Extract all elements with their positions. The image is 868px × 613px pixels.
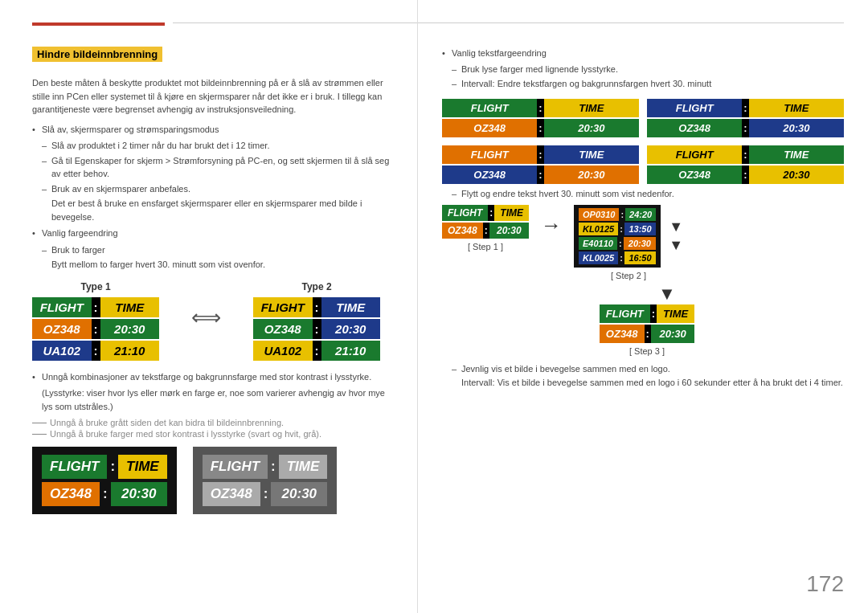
step1-board: FLIGHT : TIME OZ348 : 20:30 <box>442 205 529 239</box>
type1-colon-h: : <box>92 297 100 317</box>
grid-board-4: FLIGHT : TIME OZ348 : 20:30 <box>647 145 844 184</box>
grid-board-2: FLIGHT : TIME OZ348 : 20:30 <box>647 99 844 137</box>
grid-board-3: FLIGHT : TIME OZ348 : 20:30 <box>442 145 639 184</box>
bottom-left-colon: : <box>107 455 118 479</box>
dash-2hours: Slå av produktet i 2 timer når du har br… <box>32 139 393 153</box>
type2-colon-h: : <box>313 297 321 317</box>
type2-code2: UA102 <box>253 341 313 361</box>
type1-flight: FLIGHT <box>32 297 92 317</box>
bottom-right-colon: : <box>268 455 279 479</box>
type1-time1: 20:30 <box>100 319 160 339</box>
gray-note-2: Unngå å bruke farger med stor kontrast i… <box>50 429 321 439</box>
dash-screensaver-rec: Bruk av en skjermsparer anbefales. <box>32 182 393 196</box>
page-number: 172 <box>806 571 844 597</box>
dash-two-colors: Bruk to farger <box>32 243 393 257</box>
bottom-note-1: – Jevnlig vis et bilde i bevegelse samme… <box>442 364 844 374</box>
type2-time1: 20:30 <box>321 319 381 339</box>
type1-code2: UA102 <box>32 341 92 361</box>
step3-board: FLIGHT : TIME OZ348 : 20:30 <box>600 304 694 343</box>
step-arrow-right: → <box>541 213 562 238</box>
bottom-right-flight: FLIGHT <box>203 455 268 479</box>
double-arrow: ⟺ <box>191 305 221 330</box>
right-dash-1: Bruk lyse farger med lignende lysstyrke. <box>442 63 844 76</box>
type1-code1: OZ348 <box>32 319 92 339</box>
sub-text-2: Bytt mellom to farger hvert 30. minutt s… <box>32 258 393 272</box>
bottom-left-code: OZ348 <box>42 482 100 506</box>
bottom-board-left: FLIGHT : TIME OZ348 : 20:30 <box>32 447 177 514</box>
step2-board: OP0310 : 24:20 KL0125 : 13:50 E40110 : <box>574 205 661 268</box>
type2-board: FLIGHT : TIME OZ348 : 20:30 UA102 : 21:1… <box>253 297 380 361</box>
step2-container: OP0310 : 24:20 KL0125 : 13:50 E40110 : <box>574 205 683 280</box>
section-title: Hindre bildeinnbrenning <box>32 47 162 62</box>
type2-label: Type 2 <box>253 281 380 292</box>
bottom-right-time-label: TIME <box>279 455 328 479</box>
avoid-text: Unngå kombinasjoner av tekstfarge og bak… <box>32 370 393 384</box>
type2-colon-1: : <box>313 319 321 339</box>
bullet-screensaver: Slå av, skjermsparer og strømsparingsmod… <box>32 123 393 137</box>
type2-code1: OZ348 <box>253 319 313 339</box>
shift-note: – Flytt og endre tekst hvert 30. minutt … <box>442 189 844 198</box>
bottom-left-clock: 20:30 <box>111 482 167 506</box>
bottom-right-clock: 20:30 <box>271 482 327 506</box>
bottom-right-colon2: : <box>260 482 272 506</box>
bottom-left-colon2: : <box>100 482 111 506</box>
intro-text: Den beste måten å beskytte produktet mot… <box>32 76 393 116</box>
type2-time2: 21:10 <box>321 341 381 361</box>
type2-time: TIME <box>321 297 381 317</box>
right-bullet: Vanlig tekstfargeendring <box>442 47 844 60</box>
type1-board: FLIGHT : TIME OZ348 : 20:30 UA102 : 21 <box>32 297 159 361</box>
bottom-right-code: OZ348 <box>203 482 260 506</box>
type2-colon-2: : <box>313 341 321 361</box>
step3-label: [ Step 3 ] <box>450 346 844 356</box>
step1-label: [ Step 1 ] <box>442 242 529 251</box>
type2-flight: FLIGHT <box>253 297 313 317</box>
step3-arrow-container: ▼ <box>490 284 844 304</box>
bullet-colors: Vanlig fargeendring <box>32 227 393 240</box>
type1-time2: 21:10 <box>100 341 160 361</box>
bottom-left-time-label: TIME <box>118 455 167 479</box>
step3-container: FLIGHT : TIME OZ348 : 20:30 [ Step 3 ] <box>450 304 844 356</box>
type1-label: Type 1 <box>32 281 159 292</box>
type1-colon-2: : <box>92 341 100 361</box>
avoid-sub: (Lysstyrke: viser hvor lys eller mørk en… <box>32 386 393 413</box>
bottom-left-flight: FLIGHT <box>42 455 107 479</box>
type1-colon-1: : <box>92 319 100 339</box>
bottom-note-2: Intervall: Vis et bilde i bevegelse samm… <box>442 376 844 390</box>
type1-time: TIME <box>100 297 160 317</box>
sub-text-1: Det er best å bruke en ensfarget skjerms… <box>32 197 393 223</box>
step3-arrow-down: ▼ <box>490 284 844 304</box>
step1-container: FLIGHT : TIME OZ348 : 20:30 [ Step 1 ] <box>442 205 529 251</box>
dash-properties: Gå til Egenskaper for skjerm > Strømfors… <box>32 154 393 181</box>
gray-note-1: Unngå å bruke grått siden det kan bidra … <box>50 418 284 427</box>
right-dash-2: Intervall: Endre tekstfargen og bakgrunn… <box>442 77 844 91</box>
step2-label: [ Step 2 ] <box>574 271 683 280</box>
bottom-board-right: FLIGHT : TIME OZ348 : 20:30 <box>193 447 338 514</box>
grid-board-1: FLIGHT : TIME OZ348 : 20:30 <box>442 99 639 137</box>
down-arrows: ▼ ▼ <box>669 205 683 268</box>
